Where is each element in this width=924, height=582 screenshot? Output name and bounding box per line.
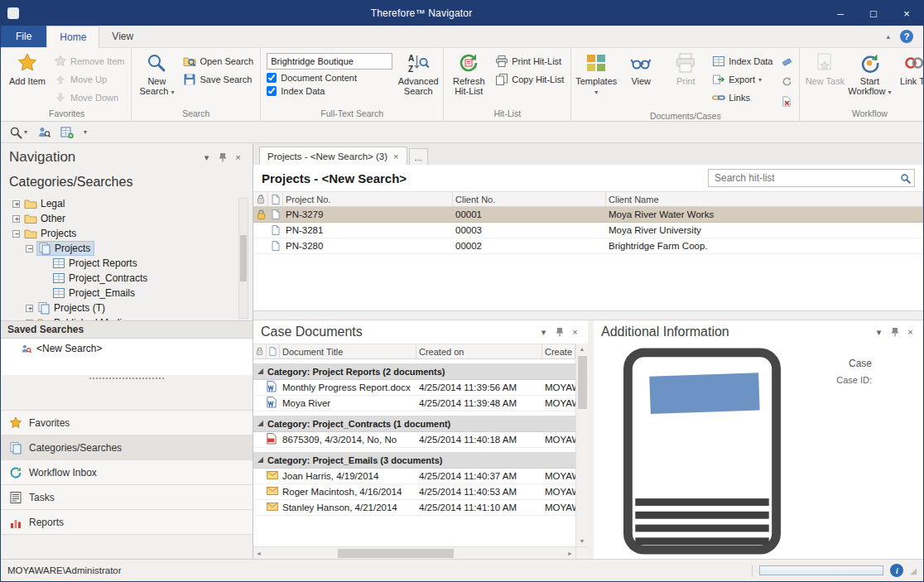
scroll-up-icon[interactable]: ▲ (580, 344, 585, 354)
links-button[interactable]: Links (708, 89, 777, 106)
hitlist-row[interactable]: PN-3281 00003 Moya River University (253, 223, 923, 238)
saved-search-new-search[interactable]: <New Search> (1, 339, 253, 358)
category-group-project-contracts[interactable]: Category: Project_Contracts (1 document) (253, 416, 575, 432)
panel-gap[interactable] (588, 320, 594, 559)
expand-icon[interactable] (26, 320, 33, 321)
hitlist-row[interactable]: PN-3280 00002 Brightridge Farm Coop. (253, 238, 923, 254)
column-header-created-by[interactable]: Create (542, 344, 575, 358)
index-data-checkbox[interactable] (267, 86, 277, 96)
refresh-hitlist-button[interactable]: Refresh Hit-List (446, 49, 491, 103)
add-item-button[interactable]: Add Item (5, 49, 50, 103)
case-doc-row[interactable]: Monthly Progress Report.docx 4/25/2014 1… (253, 380, 575, 396)
scroll-right-icon[interactable]: ► (567, 548, 573, 559)
sidebar-item-reports[interactable]: Reports (1, 509, 253, 534)
tree-item-published-media[interactable]: Published Media (26, 315, 253, 320)
lock-column-icon[interactable] (253, 344, 267, 358)
tree-item-other[interactable]: Other (12, 211, 253, 226)
zoom-button[interactable]: ▾ (6, 123, 31, 142)
start-workflow-button[interactable]: Start Workflow ▾ (847, 49, 892, 103)
find-user-button[interactable] (34, 123, 54, 142)
tree-item-projects-root[interactable]: Projects (12, 226, 253, 241)
document-content-checkbox[interactable] (267, 73, 277, 83)
sidebar-item-categories-searches[interactable]: Categories/Searches (1, 435, 253, 459)
hitlist-search-input[interactable] (715, 172, 900, 184)
expand-icon[interactable] (12, 215, 20, 223)
tab-file[interactable]: File (1, 26, 46, 47)
case-doc-row[interactable]: Roger Macintosh, 4/16/2014 4/25/2014 11:… (253, 484, 575, 500)
delete-document-button[interactable] (778, 93, 795, 109)
sidebar-item-favorites[interactable]: Favorites (1, 410, 253, 435)
move-down-button[interactable]: Move Down (50, 89, 128, 106)
move-up-button[interactable]: Move Up (50, 71, 128, 88)
help-icon[interactable]: ? (900, 30, 913, 43)
panel-menu-icon[interactable]: ▾ (871, 325, 887, 339)
collapse-icon[interactable] (26, 245, 33, 253)
tree-item-project-emails[interactable]: Project_Emails (41, 286, 253, 301)
case-doc-row[interactable]: 8675309, 4/3/2014, No, No 4/25/2014 11:4… (253, 432, 575, 448)
doc-column-icon[interactable] (267, 344, 280, 358)
column-header-project-no[interactable]: Project No. (283, 192, 453, 206)
panel-close-icon[interactable]: × (567, 325, 583, 339)
column-header-created-on[interactable]: Created on (416, 344, 542, 358)
category-group-project-emails[interactable]: Category: Project_Emails (3 documents) (253, 452, 575, 469)
templates-button[interactable]: Templates ▾ (574, 49, 618, 103)
export-table-button[interactable] (57, 123, 77, 142)
pin-icon[interactable] (214, 150, 230, 165)
save-search-button[interactable]: Save Search (179, 71, 257, 88)
index-data-button[interactable]: Index Data (708, 53, 777, 70)
scrollbar-thumb[interactable] (338, 549, 454, 558)
vertical-scrollbar[interactable]: ▲ ▼ (575, 344, 588, 546)
case-doc-row[interactable]: Joan Harris, 4/19/2014 4/25/2014 11:40:3… (253, 469, 575, 484)
tab-home[interactable]: Home (46, 26, 99, 48)
advanced-search-button[interactable]: A Z Advanced Search (396, 49, 440, 103)
expand-icon[interactable] (26, 305, 33, 312)
info-icon[interactable]: i (890, 564, 903, 577)
doc-column-icon[interactable] (268, 192, 283, 206)
tree-scrollbar[interactable] (238, 198, 248, 319)
column-header-client-name[interactable]: Client Name (606, 192, 923, 206)
scrollbar-thumb[interactable] (578, 356, 587, 409)
document-content-checkbox-row[interactable]: Document Content (267, 73, 392, 83)
scroll-left-icon[interactable]: ◄ (256, 548, 262, 559)
tab-overflow[interactable]: ... (409, 148, 428, 165)
hitlist-row[interactable]: PN-3279 00001 Moya River Water Works (253, 207, 923, 223)
tree-scrollbar-thumb[interactable] (240, 235, 247, 281)
minimize-button[interactable]: – (824, 1, 857, 26)
tree-item-projects[interactable]: Projects (26, 241, 253, 256)
hitlist-search-box[interactable] (708, 169, 915, 187)
column-header-client-no[interactable]: Client No. (453, 192, 606, 206)
sidebar-item-tasks[interactable]: Tasks (1, 484, 253, 509)
case-doc-row[interactable]: Stanley Hanson, 4/21/2014 4/25/2014 11:4… (253, 500, 575, 516)
case-doc-row[interactable]: Moya River 4/25/2014 11:39:48 AM MOYAW (253, 396, 575, 411)
copy-hitlist-button[interactable]: Copy Hit-List (491, 71, 568, 88)
print-button[interactable]: Print (663, 49, 708, 103)
tab-close-icon[interactable]: × (393, 152, 398, 161)
collapse-ribbon-icon[interactable]: ▴ (886, 32, 890, 41)
pin-icon[interactable] (887, 325, 902, 339)
collapse-icon[interactable] (12, 230, 20, 238)
panel-close-icon[interactable]: × (902, 325, 918, 339)
tab-view[interactable]: View (99, 26, 146, 47)
print-hitlist-button[interactable]: Print Hit-List (491, 53, 568, 70)
panel-menu-icon[interactable]: ▾ (199, 150, 214, 165)
nav-splitter[interactable] (1, 375, 253, 410)
erase-index-data-button[interactable] (778, 53, 795, 70)
index-data-checkbox-row[interactable]: Index Data (267, 86, 392, 96)
lock-column-icon[interactable] (253, 192, 268, 206)
column-header-document-title[interactable]: Document Title (280, 344, 416, 358)
sidebar-item-workflow-inbox[interactable]: Workflow Inbox (1, 459, 253, 484)
quickbar-overflow-button[interactable]: ▾ (80, 123, 90, 142)
remove-item-button[interactable]: Remove Item (50, 53, 128, 70)
scroll-down-icon[interactable]: ▼ (580, 536, 585, 546)
open-search-button[interactable]: Open Search (179, 53, 257, 70)
panel-close-icon[interactable]: × (230, 150, 246, 165)
tab-projects-new-search[interactable]: Projects - <New Search> (3) × (259, 147, 407, 165)
tree-item-project-contracts[interactable]: Project_Contracts (41, 271, 253, 286)
link-to-button[interactable]: Link To (892, 49, 924, 103)
tree-item-legal[interactable]: Legal (12, 196, 253, 211)
horizontal-scrollbar[interactable]: ◄ ► (253, 546, 588, 559)
tree-item-projects-t[interactable]: Projects (T) (26, 301, 253, 315)
close-button[interactable]: × (890, 1, 923, 26)
view-button[interactable]: View (618, 49, 663, 103)
new-search-button[interactable]: New Search ▾ (134, 49, 179, 103)
